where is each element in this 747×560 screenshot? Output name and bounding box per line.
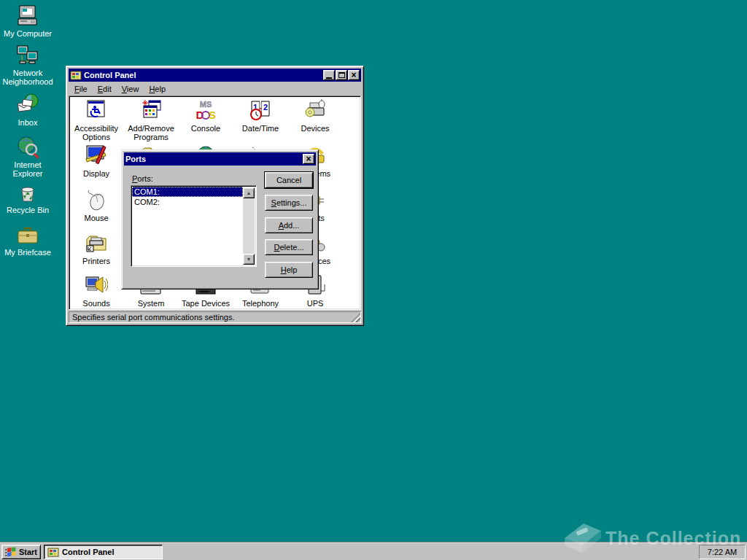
close-icon: × [306, 155, 311, 163]
delete-button[interactable]: Delete... [265, 239, 313, 255]
cp-item-printers[interactable]: Printers [69, 231, 123, 265]
dialog-title: Ports [125, 155, 302, 163]
desktop-icon-network-neighborhood[interactable]: Network Neighborhood [0, 44, 55, 86]
cp-item-label: Console [179, 124, 233, 133]
cp-item-label: UPS [288, 299, 342, 308]
control-panel-titlebar[interactable]: Control Panel × [69, 69, 361, 82]
menu-bar: File Edit View Help [69, 82, 361, 96]
cp-item-accessibility[interactable]: Accessibility Options [69, 98, 123, 141]
desktop-icon-label: Inbox [0, 118, 55, 127]
cp-item-add-remove[interactable]: Add/Remove Programs [124, 98, 178, 141]
desktop-icon-label: My Computer [0, 29, 55, 38]
cp-item-datetime[interactable]: 12Date/Time [233, 98, 287, 133]
minimize-icon [326, 77, 332, 79]
control-panel-icon [47, 546, 59, 558]
cp-item-display[interactable]: Display [69, 144, 123, 178]
cp-item-label: Sounds [69, 299, 123, 308]
task-button-label: Control Panel [62, 548, 115, 556]
cp-item-label: Display [69, 169, 123, 178]
cp-item-sounds[interactable]: Sounds [69, 273, 123, 308]
ports-dialog-titlebar[interactable]: Ports × [124, 152, 316, 166]
close-icon: × [351, 71, 356, 79]
scroll-down-icon: ▼ [247, 257, 252, 262]
control-panel-icon [70, 69, 82, 81]
help-button[interactable]: Help [265, 262, 313, 278]
desktop-icon-my-computer[interactable]: My Computer [0, 4, 55, 38]
menu-help[interactable]: Help [144, 83, 171, 95]
desktop-icon-label: Recycle Bin [0, 206, 55, 214]
cp-item-console[interactable]: MSDSConsole [179, 98, 233, 133]
scroll-down-button[interactable]: ▼ [243, 254, 255, 265]
desktop-icon-label: My Briefcase [0, 248, 55, 257]
close-button[interactable]: × [348, 70, 360, 80]
ports-dialog: Ports × Ports: COM1:COM2: ▲ ▼ Cancel Set… [121, 149, 319, 289]
menu-view[interactable]: View [117, 83, 144, 95]
cancel-button[interactable]: Cancel [265, 172, 313, 188]
ports-listbox[interactable]: COM1:COM2: ▲ ▼ [131, 185, 257, 267]
window-title: Control Panel [84, 71, 322, 79]
cp-item-label: Date/Time [233, 124, 287, 133]
taskbar-button-control-panel[interactable]: Control Panel [44, 545, 163, 559]
desktop-icon-internet-explorer[interactable]: Internet Explorer [0, 136, 55, 178]
desktop-icon-my-briefcase[interactable]: My Briefcase [0, 223, 55, 257]
cp-item-label: Add/Remove Programs [124, 124, 178, 141]
port-list-item[interactable]: COM1: [132, 187, 243, 197]
devices-icon [303, 98, 327, 122]
desktop: { "colors": { "desktop": "#008282", "tit… [0, 0, 747, 560]
minimize-button[interactable] [323, 70, 335, 80]
svg-text:MS: MS [200, 100, 212, 109]
port-list-item[interactable]: COM2: [132, 197, 243, 207]
display-icon [85, 144, 108, 167]
settings-button[interactable]: Settings... [265, 195, 313, 211]
maximize-icon [338, 72, 345, 78]
inbox-icon [16, 93, 39, 117]
menu-edit[interactable]: Edit [93, 83, 117, 95]
dialog-close-button[interactable]: × [303, 154, 314, 164]
svg-text:S: S [209, 109, 216, 121]
desktop-icon-label: Network Neighborhood [0, 69, 55, 86]
maximize-button[interactable] [336, 70, 347, 80]
status-text: Specifies serial port communications set… [72, 313, 235, 322]
windows-flag-icon [5, 546, 17, 558]
cp-item-devices[interactable]: Devices [288, 98, 342, 133]
start-label: Start [19, 548, 37, 556]
sounds-icon [85, 273, 108, 297]
cp-item-label: Devices [288, 124, 342, 133]
system-tray: 7:22 AM [699, 545, 746, 559]
add-remove-icon [139, 98, 163, 122]
ports-list-items: COM1:COM2: [132, 187, 255, 207]
taskbar: Start Control Panel 7:22 AM [0, 542, 747, 560]
scroll-up-icon: ▲ [247, 190, 252, 195]
cp-item-label: Printers [69, 257, 123, 265]
menu-file[interactable]: File [69, 83, 93, 95]
network-neighborhood-icon [16, 44, 39, 67]
add-button[interactable]: Add... [265, 217, 313, 233]
status-bar: Specifies serial port communications set… [69, 311, 361, 323]
svg-text:2: 2 [263, 103, 268, 112]
desktop-icon-recycle-bin[interactable]: Recycle Bin [0, 181, 55, 214]
mouse-icon [85, 188, 108, 211]
cp-item-mouse[interactable]: Mouse [69, 188, 123, 222]
datetime-icon: 12 [249, 98, 272, 122]
listbox-scrollbar[interactable]: ▲ ▼ [243, 187, 255, 265]
desktop-icon-inbox[interactable]: Inbox [0, 93, 55, 127]
cp-item-label: Accessibility Options [69, 124, 123, 141]
console-icon: MSDS [194, 98, 217, 122]
cp-item-label: Tape Devices [179, 299, 233, 308]
cp-item-label: Telephony [233, 299, 287, 308]
scroll-up-button[interactable]: ▲ [243, 187, 255, 198]
my-briefcase-icon [16, 223, 39, 246]
cp-item-label: Mouse [69, 214, 123, 222]
recycle-bin-icon [16, 181, 39, 204]
ports-list-label: Ports: [132, 174, 153, 183]
desktop-icon-label: Internet Explorer [0, 160, 55, 178]
printers-icon [85, 231, 108, 254]
resize-grip[interactable] [351, 313, 360, 322]
tray-clock[interactable]: 7:22 AM [708, 548, 737, 556]
start-button[interactable]: Start [1, 545, 41, 559]
my-computer-icon [16, 4, 39, 28]
accessibility-icon [85, 98, 108, 122]
internet-explorer-icon [16, 136, 39, 159]
cp-item-label: System [124, 299, 178, 308]
